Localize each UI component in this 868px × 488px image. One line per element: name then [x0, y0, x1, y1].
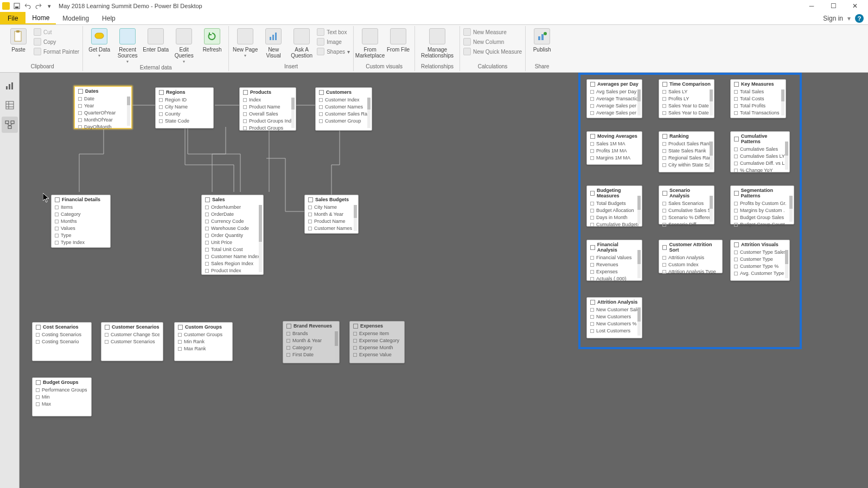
new-visual-button[interactable]: New Visual: [260, 27, 286, 59]
new-page-button[interactable]: New Page▾: [232, 27, 258, 59]
field-row[interactable]: Customer Groups: [178, 331, 229, 338]
field-row[interactable]: Profits LY: [662, 95, 711, 102]
table-customer-scenarios[interactable]: Customer Scenarios Customer Change Scen.…: [101, 322, 163, 361]
field-row[interactable]: City Name: [308, 204, 355, 210]
field-row[interactable]: Product Index: [205, 267, 260, 274]
table-financial-analysis[interactable]: Financial Analysis Financial ValuesReven…: [586, 240, 642, 281]
field-row[interactable]: New Customer Sales: [590, 306, 639, 313]
table-attrition-analysis[interactable]: Attrition Analysis New Customer SalesNew…: [586, 297, 642, 338]
from-marketplace-button[interactable]: From Marketplace: [357, 27, 383, 59]
field-row[interactable]: Financial Values: [590, 254, 639, 261]
field-row[interactable]: State Code: [159, 118, 210, 124]
field-row[interactable]: Product Groups Ind.: [243, 118, 292, 124]
field-row[interactable]: Type: [55, 232, 107, 239]
table-budget-groups[interactable]: Budget Groups Performance GroupsMinMax: [32, 377, 92, 416]
field-row[interactable]: Average Sales per C.: [590, 110, 639, 116]
field-row[interactable]: Min Rank: [178, 338, 229, 345]
table-dates[interactable]: Dates DateYearQuarterOfYearMonthOfYearDa…: [74, 86, 132, 129]
field-row[interactable]: Type Index: [55, 239, 107, 246]
field-row[interactable]: Overall Sales: [243, 111, 292, 117]
table-cost-scenarios[interactable]: Cost Scenarios Costing ScenariosCosting …: [32, 322, 92, 361]
field-row[interactable]: Expense Item: [353, 330, 401, 337]
field-row[interactable]: Margins 1M MA: [590, 155, 639, 161]
field-row[interactable]: DayOfMonth: [78, 124, 128, 130]
field-row[interactable]: Category: [55, 211, 107, 217]
copy-button[interactable]: Copy: [34, 38, 79, 46]
field-row[interactable]: Index: [243, 97, 292, 103]
field-row[interactable]: County: [159, 111, 210, 117]
field-row[interactable]: New Customers %: [590, 320, 639, 327]
get-data-button[interactable]: Get Data▾: [86, 27, 112, 59]
field-row[interactable]: Sales Year to Date: [662, 102, 711, 109]
field-row[interactable]: Average Transactions: [590, 95, 639, 102]
new-quick-measure-button[interactable]: New Quick Measure: [463, 48, 522, 55]
table-segmentation-patterns[interactable]: Segmentation Patterns Profits by Custom …: [730, 185, 794, 224]
new-column-button[interactable]: New Column: [463, 38, 522, 46]
field-row[interactable]: Attrition Analysis Type: [662, 268, 719, 275]
field-row[interactable]: Total Transactions: [734, 110, 782, 116]
model-canvas[interactable]: Dates DateYearQuarterOfYearMonthOfYearDa…: [20, 73, 868, 488]
field-row[interactable]: Order Quantity: [205, 232, 260, 239]
redo-icon[interactable]: [35, 2, 42, 10]
field-row[interactable]: Cumulative Sales: [734, 146, 786, 152]
table-custom-groups[interactable]: Custom Groups Customer GroupsMin RankMax…: [174, 322, 233, 361]
field-row[interactable]: Profits 1M MA: [590, 147, 639, 154]
field-row[interactable]: Customer Name Index: [205, 253, 260, 260]
paste-button[interactable]: Paste: [5, 27, 31, 53]
field-row[interactable]: Product Sales Rank: [662, 140, 711, 147]
edit-queries-button[interactable]: Edit Queries▾: [171, 27, 197, 65]
qat-dropdown-icon[interactable]: ▾: [46, 2, 53, 10]
data-view-button[interactable]: [2, 97, 18, 113]
file-tab[interactable]: File: [0, 12, 25, 24]
table-attrition-visuals[interactable]: Attrition Visuals Customer Type SalesCus…: [730, 240, 790, 281]
save-icon[interactable]: [13, 2, 21, 10]
field-row[interactable]: % Change YoY: [734, 167, 786, 174]
minimize-button[interactable]: ─: [801, 0, 822, 12]
field-row[interactable]: Custom Index: [662, 261, 719, 268]
field-row[interactable]: Customer Change Scen.: [105, 331, 159, 338]
field-row[interactable]: Scenario % Differenc.: [662, 214, 711, 221]
field-row[interactable]: Customer Type %: [734, 263, 786, 269]
textbox-button[interactable]: Text box: [317, 28, 350, 36]
field-row[interactable]: Min: [36, 394, 88, 400]
new-measure-button[interactable]: New Measure: [463, 28, 522, 36]
field-row[interactable]: Customer Type: [734, 256, 786, 262]
table-brand-revenues[interactable]: Brand Revenues BrandsMonth & YearCategor…: [283, 321, 340, 363]
field-row[interactable]: Sales Region Index: [205, 260, 260, 267]
table-customers[interactable]: Customers Customer IndexCustomer NamesCu…: [315, 87, 372, 131]
field-row[interactable]: City Name: [159, 104, 210, 110]
field-row[interactable]: Product Name: [308, 218, 355, 224]
field-row[interactable]: Max: [36, 401, 88, 407]
field-row[interactable]: MonthOfYear: [78, 117, 128, 123]
field-row[interactable]: Date: [78, 95, 128, 102]
field-row[interactable]: Month & Year: [308, 211, 355, 217]
field-row[interactable]: Currency Code: [205, 218, 260, 224]
field-row[interactable]: Attrition Analysis: [662, 254, 719, 261]
field-row[interactable]: Budget Allocation: [590, 207, 639, 214]
field-row[interactable]: Customer Names: [308, 225, 355, 232]
field-row[interactable]: Sales Scenarios: [662, 200, 711, 207]
format-painter-button[interactable]: Format Painter: [34, 48, 79, 55]
enter-data-button[interactable]: Enter Data: [143, 27, 169, 53]
field-row[interactable]: OrderDate: [205, 211, 260, 217]
field-row[interactable]: Customer Group: [319, 118, 368, 124]
sign-in-link[interactable]: Sign in: [823, 15, 843, 22]
field-row[interactable]: Expense Month: [353, 344, 401, 351]
field-row[interactable]: Expense Value: [353, 351, 401, 358]
field-row[interactable]: Months: [55, 218, 107, 224]
field-row[interactable]: Product Name: [243, 104, 292, 110]
shapes-button[interactable]: Shapes ▾: [317, 48, 350, 55]
table-expenses[interactable]: Expenses Expense ItemExpense CategoryExp…: [349, 321, 405, 363]
from-file-button[interactable]: From File: [385, 27, 411, 53]
table-averages-per-day[interactable]: Averages per Day Avg Sales per DayAverag…: [586, 79, 642, 118]
field-row[interactable]: Total Budgets: [590, 200, 639, 207]
field-row[interactable]: Cumulative Sales LY: [734, 153, 786, 159]
table-sales[interactable]: Sales OrderNumberOrderDateCurrency CodeW…: [201, 195, 264, 275]
field-row[interactable]: Avg Sales per Day: [590, 88, 639, 95]
field-row[interactable]: Total Profits: [734, 102, 782, 109]
field-row[interactable]: Values: [55, 225, 107, 232]
close-button[interactable]: ✕: [844, 0, 866, 12]
model-view-button[interactable]: [2, 117, 18, 133]
undo-icon[interactable]: [24, 2, 31, 10]
table-customer-attrition-sort[interactable]: Customer Attrition Sort Attrition Analys…: [659, 240, 723, 273]
